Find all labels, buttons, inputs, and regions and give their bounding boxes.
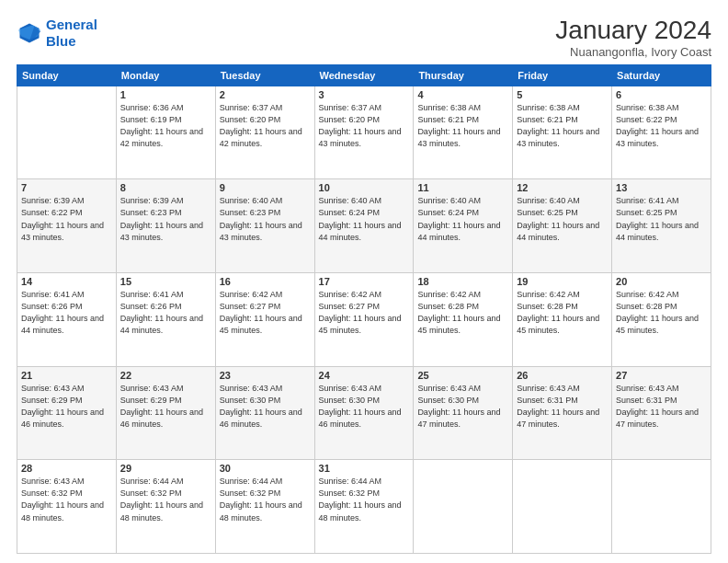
calendar-cell: 2Sunrise: 6:37 AMSunset: 6:20 PMDaylight… — [215, 86, 314, 179]
week-row-4: 21Sunrise: 6:43 AMSunset: 6:29 PMDayligh… — [17, 366, 711, 460]
calendar-cell: 11Sunrise: 6:40 AMSunset: 6:24 PMDayligh… — [414, 179, 513, 273]
day-number: 28 — [21, 463, 112, 474]
day-number: 16 — [220, 276, 311, 287]
calendar-cell: 7Sunrise: 6:39 AMSunset: 6:22 PMDaylight… — [17, 179, 117, 273]
day-info: Sunrise: 6:40 AMSunset: 6:24 PMDaylight:… — [417, 195, 508, 243]
day-number: 25 — [417, 370, 508, 381]
calendar-cell: 16Sunrise: 6:42 AMSunset: 6:27 PMDayligh… — [215, 273, 314, 367]
calendar-cell: 26Sunrise: 6:43 AMSunset: 6:31 PMDayligh… — [513, 366, 612, 460]
day-number: 5 — [517, 89, 608, 100]
calendar-cell: 9Sunrise: 6:40 AMSunset: 6:23 PMDaylight… — [215, 179, 314, 273]
day-info: Sunrise: 6:42 AMSunset: 6:28 PMDaylight:… — [517, 289, 608, 337]
calendar-cell — [414, 460, 513, 554]
week-row-1: 1Sunrise: 6:36 AMSunset: 6:19 PMDaylight… — [17, 86, 711, 179]
day-number: 14 — [21, 276, 112, 287]
day-info: Sunrise: 6:41 AMSunset: 6:26 PMDaylight:… — [21, 289, 112, 337]
calendar-cell: 1Sunrise: 6:36 AMSunset: 6:19 PMDaylight… — [116, 86, 215, 179]
day-info: Sunrise: 6:43 AMSunset: 6:32 PMDaylight:… — [21, 476, 112, 523]
day-info: Sunrise: 6:43 AMSunset: 6:31 PMDaylight:… — [616, 383, 707, 431]
week-row-2: 7Sunrise: 6:39 AMSunset: 6:22 PMDaylight… — [17, 179, 711, 273]
day-info: Sunrise: 6:40 AMSunset: 6:25 PMDaylight:… — [517, 195, 608, 243]
day-info: Sunrise: 6:43 AMSunset: 6:30 PMDaylight:… — [417, 383, 508, 431]
day-number: 18 — [417, 276, 508, 287]
day-number: 24 — [319, 370, 410, 381]
day-info: Sunrise: 6:43 AMSunset: 6:29 PMDaylight:… — [120, 383, 211, 431]
logo-text: General Blue — [46, 17, 97, 50]
day-info: Sunrise: 6:40 AMSunset: 6:23 PMDaylight:… — [220, 195, 311, 243]
day-info: Sunrise: 6:37 AMSunset: 6:20 PMDaylight:… — [319, 102, 410, 150]
calendar-cell: 22Sunrise: 6:43 AMSunset: 6:29 PMDayligh… — [116, 366, 215, 460]
day-number: 27 — [616, 370, 707, 381]
col-sunday: Sunday — [17, 64, 117, 86]
day-info: Sunrise: 6:39 AMSunset: 6:22 PMDaylight:… — [21, 195, 112, 243]
day-number: 29 — [120, 463, 211, 474]
header: General Blue January 2024 Nuanangonfla, … — [17, 17, 711, 59]
day-number: 12 — [517, 182, 608, 193]
calendar-cell: 27Sunrise: 6:43 AMSunset: 6:31 PMDayligh… — [612, 366, 711, 460]
calendar-cell: 23Sunrise: 6:43 AMSunset: 6:30 PMDayligh… — [215, 366, 314, 460]
calendar-cell: 4Sunrise: 6:38 AMSunset: 6:21 PMDaylight… — [414, 86, 513, 179]
calendar-cell: 20Sunrise: 6:42 AMSunset: 6:28 PMDayligh… — [612, 273, 711, 367]
calendar-cell: 3Sunrise: 6:37 AMSunset: 6:20 PMDaylight… — [314, 86, 414, 179]
day-info: Sunrise: 6:43 AMSunset: 6:29 PMDaylight:… — [21, 383, 112, 431]
day-info: Sunrise: 6:43 AMSunset: 6:30 PMDaylight:… — [319, 383, 410, 431]
day-info: Sunrise: 6:38 AMSunset: 6:21 PMDaylight:… — [417, 102, 508, 150]
day-info: Sunrise: 6:42 AMSunset: 6:27 PMDaylight:… — [319, 289, 410, 337]
calendar-cell: 21Sunrise: 6:43 AMSunset: 6:29 PMDayligh… — [17, 366, 117, 460]
calendar-cell: 10Sunrise: 6:40 AMSunset: 6:24 PMDayligh… — [314, 179, 414, 273]
day-number: 1 — [120, 89, 211, 100]
col-monday: Monday — [116, 64, 215, 86]
title-block: January 2024 Nuanangonfla, Ivory Coast — [555, 17, 711, 59]
day-number: 20 — [616, 276, 707, 287]
day-number: 30 — [220, 463, 311, 474]
calendar-cell — [513, 460, 612, 554]
day-number: 21 — [21, 370, 112, 381]
day-number: 17 — [319, 276, 410, 287]
day-number: 4 — [417, 89, 508, 100]
day-number: 11 — [417, 182, 508, 193]
calendar-cell — [17, 86, 117, 179]
calendar-cell: 31Sunrise: 6:44 AMSunset: 6:32 PMDayligh… — [314, 460, 414, 554]
subtitle: Nuanangonfla, Ivory Coast — [555, 45, 711, 59]
day-info: Sunrise: 6:39 AMSunset: 6:23 PMDaylight:… — [120, 195, 211, 243]
day-info: Sunrise: 6:42 AMSunset: 6:27 PMDaylight:… — [220, 289, 311, 337]
day-info: Sunrise: 6:36 AMSunset: 6:19 PMDaylight:… — [120, 102, 211, 150]
col-wednesday: Wednesday — [314, 64, 414, 86]
calendar-cell: 17Sunrise: 6:42 AMSunset: 6:27 PMDayligh… — [314, 273, 414, 367]
day-info: Sunrise: 6:38 AMSunset: 6:21 PMDaylight:… — [517, 102, 608, 150]
col-tuesday: Tuesday — [215, 64, 314, 86]
day-info: Sunrise: 6:42 AMSunset: 6:28 PMDaylight:… — [417, 289, 508, 337]
calendar-cell: 13Sunrise: 6:41 AMSunset: 6:25 PMDayligh… — [612, 179, 711, 273]
calendar-cell: 25Sunrise: 6:43 AMSunset: 6:30 PMDayligh… — [414, 366, 513, 460]
day-info: Sunrise: 6:40 AMSunset: 6:24 PMDaylight:… — [319, 195, 410, 243]
header-row: Sunday Monday Tuesday Wednesday Thursday… — [17, 64, 711, 86]
calendar-cell: 18Sunrise: 6:42 AMSunset: 6:28 PMDayligh… — [414, 273, 513, 367]
logo-icon — [17, 20, 42, 46]
day-info: Sunrise: 6:38 AMSunset: 6:22 PMDaylight:… — [616, 102, 707, 150]
week-row-5: 28Sunrise: 6:43 AMSunset: 6:32 PMDayligh… — [17, 460, 711, 554]
calendar-cell: 30Sunrise: 6:44 AMSunset: 6:32 PMDayligh… — [215, 460, 314, 554]
calendar-cell — [612, 460, 711, 554]
calendar-cell: 24Sunrise: 6:43 AMSunset: 6:30 PMDayligh… — [314, 366, 414, 460]
main-title: January 2024 — [555, 17, 711, 45]
day-number: 22 — [120, 370, 211, 381]
day-number: 15 — [120, 276, 211, 287]
day-number: 8 — [120, 182, 211, 193]
day-info: Sunrise: 6:41 AMSunset: 6:25 PMDaylight:… — [616, 195, 707, 243]
calendar-cell: 29Sunrise: 6:44 AMSunset: 6:32 PMDayligh… — [116, 460, 215, 554]
day-info: Sunrise: 6:44 AMSunset: 6:32 PMDaylight:… — [120, 476, 211, 523]
day-number: 3 — [319, 89, 410, 100]
calendar-cell: 19Sunrise: 6:42 AMSunset: 6:28 PMDayligh… — [513, 273, 612, 367]
day-number: 26 — [517, 370, 608, 381]
week-row-3: 14Sunrise: 6:41 AMSunset: 6:26 PMDayligh… — [17, 273, 711, 367]
col-friday: Friday — [513, 64, 612, 86]
logo-line1: General — [46, 17, 97, 32]
day-info: Sunrise: 6:44 AMSunset: 6:32 PMDaylight:… — [319, 476, 410, 523]
day-number: 2 — [220, 89, 311, 100]
day-info: Sunrise: 6:37 AMSunset: 6:20 PMDaylight:… — [220, 102, 311, 150]
col-saturday: Saturday — [612, 64, 711, 86]
col-thursday: Thursday — [414, 64, 513, 86]
day-info: Sunrise: 6:41 AMSunset: 6:26 PMDaylight:… — [120, 289, 211, 337]
day-number: 10 — [319, 182, 410, 193]
day-info: Sunrise: 6:44 AMSunset: 6:32 PMDaylight:… — [220, 476, 311, 523]
